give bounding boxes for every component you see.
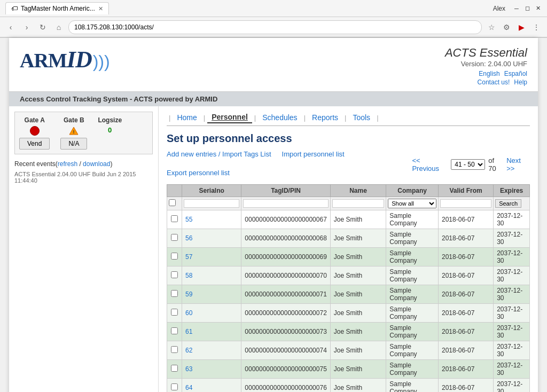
nav-item-home[interactable]: Home	[173, 112, 201, 123]
tab-close-button[interactable]: ✕	[98, 5, 103, 12]
nav-item-schedules[interactable]: Schedules	[258, 112, 301, 123]
logo-area: ARMID )))	[20, 46, 110, 73]
title-bar-controls: Alex ─ ◻ ✕	[493, 5, 542, 12]
serialno-link[interactable]: 56	[185, 234, 192, 242]
row-tagid: 00000000000000000000071	[241, 285, 331, 304]
extensions-icon[interactable]: ⚙	[500, 21, 513, 34]
row-valid-from: 2018-06-07	[439, 341, 494, 360]
title-bar: 🏷 TagMaster North Americ... ✕ Alex ─ ◻ ✕	[0, 0, 547, 17]
filter-search-cell: Search	[494, 197, 530, 210]
table-row: 57 00000000000000000000069 Joe Smith Sam…	[167, 248, 530, 266]
home-browser-button[interactable]: ⌂	[52, 21, 65, 34]
menu-icon[interactable]: ⋮	[530, 21, 543, 34]
serialno-link[interactable]: 64	[185, 384, 192, 391]
search-button[interactable]: Search	[495, 199, 521, 208]
row-expires: 2037-12-30	[494, 323, 530, 341]
logsize-label: Logsize	[98, 116, 122, 124]
row-checkbox[interactable]	[171, 215, 178, 222]
serialno-link[interactable]: 57	[185, 253, 192, 261]
row-checkbox[interactable]	[171, 365, 178, 372]
gate-a-item: Gate A Vend	[19, 116, 50, 150]
nav-sep-4: |	[345, 114, 346, 122]
header-right: ACTS Essential Version: 2.04.00 UHF Engl…	[445, 46, 527, 86]
row-valid-from: 2018-06-07	[439, 304, 494, 323]
serialno-link[interactable]: 60	[185, 309, 192, 317]
gate-b-label: Gate B	[64, 116, 84, 124]
browser-tab[interactable]: 🏷 TagMaster North Americ... ✕	[5, 2, 109, 14]
row-checkbox[interactable]	[171, 346, 178, 353]
row-valid-from: 2018-06-07	[439, 323, 494, 341]
download-link[interactable]: download	[83, 160, 110, 168]
refresh-link[interactable]: refresh	[58, 160, 77, 168]
espanol-link[interactable]: Español	[504, 70, 527, 77]
nav-item-personnel[interactable]: Personnel	[207, 112, 252, 123]
pagination-row-top: << Previous 41 - 50 1 - 10 11 - 20 21 - …	[412, 156, 530, 173]
nav-item-tools[interactable]: Tools	[348, 112, 374, 123]
import-list-link[interactable]: Import personnel list	[282, 150, 345, 158]
page-header: ARMID ))) ACTS Essential Version: 2.04.0…	[9, 38, 538, 92]
recent-events-label: Recent events(refresh / download)	[14, 160, 112, 168]
row-checkbox[interactable]	[171, 290, 178, 297]
serialno-link[interactable]: 62	[185, 347, 192, 354]
serialno-link[interactable]: 63	[185, 365, 192, 373]
row-checkbox[interactable]	[171, 234, 178, 241]
row-serialno: 59	[182, 285, 241, 304]
cast-icon[interactable]: ▶	[515, 21, 528, 34]
browser-chrome: 🏷 TagMaster North Americ... ✕ Alex ─ ◻ ✕…	[0, 0, 547, 38]
row-tagid: 00000000000000000000074	[241, 341, 331, 360]
name-col-header: Name	[330, 185, 386, 197]
row-checkbox-cell	[167, 360, 182, 379]
page-total-top: of 70	[488, 156, 503, 173]
row-checkbox-cell	[167, 210, 182, 229]
gate-a-label: Gate A	[25, 116, 45, 124]
table-row: 63 00000000000000000000075 Joe Smith Sam…	[167, 360, 530, 379]
row-checkbox[interactable]	[171, 327, 178, 334]
na-button[interactable]: N/A	[60, 138, 87, 150]
recent-events-section: Recent events(refresh / download) ACTS E…	[14, 160, 153, 184]
bookmark-icon[interactable]: ☆	[485, 21, 498, 34]
serialno-link[interactable]: 58	[185, 272, 192, 279]
row-company: Sample Company	[386, 323, 439, 341]
subtitle-text: Access Control Tracking System - ACTS po…	[20, 95, 217, 103]
table-row: 56 00000000000000000000068 Joe Smith Sam…	[167, 229, 530, 248]
row-tagid: 00000000000000000000075	[241, 360, 331, 379]
refresh-browser-button[interactable]: ↻	[36, 21, 49, 34]
name-filter[interactable]	[332, 199, 384, 208]
row-checkbox[interactable]	[171, 253, 178, 260]
contact-link[interactable]: Contact us!	[478, 79, 510, 86]
select-all-checkbox[interactable]	[169, 199, 176, 206]
row-company: Sample Company	[386, 379, 439, 393]
forward-button[interactable]: ›	[20, 21, 33, 34]
prev-page-link-top[interactable]: << Previous	[412, 156, 448, 173]
valid-from-filter[interactable]	[440, 199, 491, 208]
export-list-link[interactable]: Export personnel list	[167, 169, 230, 177]
nav-item-reports[interactable]: Reports	[308, 112, 342, 123]
tagid-filter[interactable]	[243, 199, 329, 208]
row-checkbox[interactable]	[171, 309, 178, 316]
row-checkbox[interactable]	[171, 383, 178, 390]
row-checkbox[interactable]	[171, 271, 178, 278]
row-expires: 2037-12-30	[494, 285, 530, 304]
add-entries-link[interactable]: Add new entries / Import Tags List	[167, 150, 271, 158]
back-button[interactable]: ‹	[4, 21, 17, 34]
next-page-link-top[interactable]: Next >>	[506, 156, 530, 173]
serialno-filter[interactable]	[184, 199, 239, 208]
close-button[interactable]: ✕	[534, 5, 542, 12]
serialno-link[interactable]: 59	[185, 291, 192, 298]
row-valid-from: 2018-06-07	[439, 248, 494, 266]
row-serialno: 62	[182, 341, 241, 360]
serialno-link[interactable]: 55	[185, 216, 192, 223]
serialno-col-header: Serialno	[182, 185, 241, 197]
url-input[interactable]	[68, 20, 482, 34]
english-link[interactable]: English	[479, 70, 499, 77]
vend-button[interactable]: Vend	[19, 138, 50, 150]
row-checkbox-cell	[167, 285, 182, 304]
restore-button[interactable]: ◻	[523, 5, 531, 12]
serialno-link[interactable]: 61	[185, 328, 192, 335]
row-serialno: 55	[182, 210, 241, 229]
company-filter[interactable]: Show all Sample Company	[388, 199, 436, 208]
minimize-button[interactable]: ─	[513, 5, 520, 12]
help-link[interactable]: Help	[514, 79, 527, 86]
page-range-select-top[interactable]: 41 - 50 1 - 10 11 - 20 21 - 30 31 - 40 5…	[451, 159, 485, 170]
table-row: 64 00000000000000000000076 Joe Smith Sam…	[167, 379, 530, 393]
